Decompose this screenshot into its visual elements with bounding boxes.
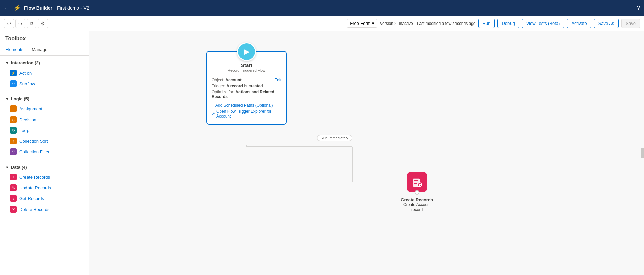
debug-button[interactable]: Debug bbox=[497, 19, 519, 28]
plus-icon: + bbox=[212, 103, 214, 108]
section-interaction-label: Interaction (2) bbox=[11, 60, 40, 65]
sidebar-item-get-records[interactable]: ↓ Get Records bbox=[0, 193, 89, 204]
create-records-svg bbox=[412, 177, 422, 187]
optimize-row: Optimize for: Actions and Related Record… bbox=[212, 90, 281, 99]
redo-button[interactable]: ↪ bbox=[15, 19, 25, 28]
section-logic-header[interactable]: ▼ Logic (5) bbox=[0, 94, 89, 103]
start-title: Start bbox=[241, 62, 252, 68]
collection-filter-icon: ▽ bbox=[10, 148, 17, 155]
loop-label: Loop bbox=[19, 128, 29, 133]
object-value: Account bbox=[225, 78, 241, 82]
create-records-node-title: Create Records bbox=[401, 197, 433, 202]
sidebar-item-collection-sort[interactable]: ↕ Collection Sort bbox=[0, 136, 89, 146]
create-records-icon: + bbox=[10, 174, 17, 180]
save-as-button[interactable]: Save As bbox=[594, 19, 619, 28]
start-node-header: ▶ Start Record-Triggered Flow bbox=[207, 42, 286, 75]
section-logic: ▼ Logic (5) = Assignment ◇ Decision ↻ Lo… bbox=[0, 92, 89, 160]
loop-icon: ↻ bbox=[10, 127, 17, 134]
chevron-down-icon: ▼ bbox=[5, 61, 9, 65]
decision-icon: ◇ bbox=[10, 116, 17, 123]
open-explorer-label: Open Flow Trigger Explorer for Account bbox=[216, 109, 281, 119]
chevron-down-icon-data: ▼ bbox=[5, 165, 9, 169]
tab-elements[interactable]: Elements bbox=[5, 44, 28, 55]
create-records-node-sub2: record bbox=[411, 207, 423, 212]
assignment-label: Assignment bbox=[19, 106, 42, 111]
flow-canvas[interactable]: ▶ Start Record-Triggered Flow Object: Ac… bbox=[89, 31, 644, 275]
action-icon: ⚡ bbox=[10, 70, 17, 76]
create-records-node-icon bbox=[407, 172, 427, 192]
delete-records-icon: ✕ bbox=[10, 206, 17, 213]
run-button[interactable]: Run bbox=[478, 19, 495, 28]
add-paths-label: Add Scheduled Paths (Optional) bbox=[215, 103, 273, 108]
start-actions: + Add Scheduled Paths (Optional) ↗ Open … bbox=[207, 100, 286, 119]
get-records-icon: ↓ bbox=[10, 195, 17, 202]
decision-label: Decision bbox=[19, 117, 36, 122]
sidebar-item-subflow[interactable]: ↩ Subflow bbox=[0, 78, 89, 89]
delete-records-label: Delete Records bbox=[19, 207, 50, 212]
object-row: Object: Account Edit bbox=[212, 78, 281, 82]
tab-manager[interactable]: Manager bbox=[32, 44, 53, 55]
app-icon: ⚡ bbox=[13, 4, 21, 12]
trigger-value: A record is created bbox=[226, 84, 263, 88]
trigger-row: Trigger: A record is created bbox=[212, 84, 281, 88]
view-mode-label: Free-Form bbox=[350, 21, 370, 26]
create-records-node[interactable]: Create Records Create Account record bbox=[401, 172, 433, 212]
edit-link[interactable]: Edit bbox=[274, 78, 281, 82]
trigger-label: Trigger: bbox=[212, 84, 225, 88]
update-records-icon: ✎ bbox=[10, 184, 17, 191]
assignment-icon: = bbox=[10, 105, 17, 112]
section-data-header[interactable]: ▼ Data (4) bbox=[0, 163, 89, 172]
play-icon: ▶ bbox=[244, 47, 250, 56]
save-button[interactable]: Save bbox=[621, 19, 640, 28]
redo-icon: ↪ bbox=[18, 21, 22, 26]
connector-svg bbox=[89, 31, 644, 275]
back-button[interactable]: ← bbox=[4, 5, 10, 12]
help-button[interactable]: ? bbox=[637, 5, 640, 11]
sidebar-item-action[interactable]: ⚡ Action bbox=[0, 67, 89, 78]
copy-icon: ⧉ bbox=[30, 20, 33, 26]
connector-path-1 bbox=[247, 145, 352, 147]
subflow-label: Subflow bbox=[19, 81, 35, 86]
copy-button[interactable]: ⧉ bbox=[27, 19, 36, 28]
start-node[interactable]: ▶ Start Record-Triggered Flow Object: Ac… bbox=[206, 51, 287, 125]
help-icon: ? bbox=[637, 5, 640, 11]
section-interaction-header[interactable]: ▼ Interaction (2) bbox=[0, 58, 89, 67]
sidebar-item-update-records[interactable]: ✎ Update Records bbox=[0, 182, 89, 193]
view-mode-select[interactable]: Free-Form ▾ bbox=[347, 19, 377, 28]
back-icon: ← bbox=[4, 5, 10, 12]
sidebar-item-create-records[interactable]: + Create Records bbox=[0, 172, 89, 182]
sidebar-item-assignment[interactable]: = Assignment bbox=[0, 103, 89, 114]
undo-button[interactable]: ↩ bbox=[4, 19, 14, 28]
create-records-label: Create Records bbox=[19, 175, 50, 180]
activate-button[interactable]: Activate bbox=[567, 19, 591, 28]
collection-sort-icon: ↕ bbox=[10, 138, 17, 144]
collection-sort-label: Collection Sort bbox=[19, 139, 48, 144]
view-tests-button[interactable]: View Tests (Beta) bbox=[522, 19, 565, 28]
object-label: Object: bbox=[212, 78, 224, 82]
section-interaction: ▼ Interaction (2) ⚡ Action ↩ Subflow bbox=[0, 56, 89, 92]
undo-icon: ↩ bbox=[7, 21, 11, 26]
sidebar-item-decision[interactable]: ◇ Decision bbox=[0, 114, 89, 125]
open-explorer-link[interactable]: ↗ Open Flow Trigger Explorer for Account bbox=[212, 109, 281, 119]
toolbar-left: ↩ ↪ ⧉ ⚙ bbox=[4, 19, 48, 28]
section-data-label: Data (4) bbox=[11, 165, 27, 170]
chevron-down-icon-logic: ▼ bbox=[5, 97, 9, 101]
toolbar: ↩ ↪ ⧉ ⚙ Free-Form ▾ Version 2: Inactive—… bbox=[0, 16, 644, 31]
canvas-right-handle[interactable] bbox=[641, 148, 644, 158]
version-status: Version 2: Inactive—Last modified a few … bbox=[380, 21, 476, 26]
top-navigation: ← ⚡ Flow Builder First demo - V2 ? bbox=[0, 0, 644, 16]
external-link-icon: ↗ bbox=[212, 111, 215, 116]
start-subtitle: Record-Triggered Flow bbox=[228, 68, 265, 72]
add-paths-link[interactable]: + Add Scheduled Paths (Optional) bbox=[212, 103, 281, 108]
settings-button[interactable]: ⚙ bbox=[38, 19, 48, 28]
create-records-node-sub1: Create Account bbox=[403, 202, 431, 207]
sidebar-title: Toolbox bbox=[0, 31, 89, 44]
main-layout: Toolbox Elements Manager ▼ Interaction (… bbox=[0, 31, 644, 275]
sidebar-item-loop[interactable]: ↻ Loop bbox=[0, 125, 89, 136]
action-label: Action bbox=[19, 71, 32, 76]
sidebar-item-collection-filter[interactable]: ▽ Collection Filter bbox=[0, 146, 89, 157]
optimize-label: Optimize for: bbox=[212, 90, 234, 94]
sidebar-item-delete-records[interactable]: ✕ Delete Records bbox=[0, 204, 89, 215]
update-records-label: Update Records bbox=[19, 185, 51, 190]
flow-name: First demo - V2 bbox=[57, 5, 89, 11]
